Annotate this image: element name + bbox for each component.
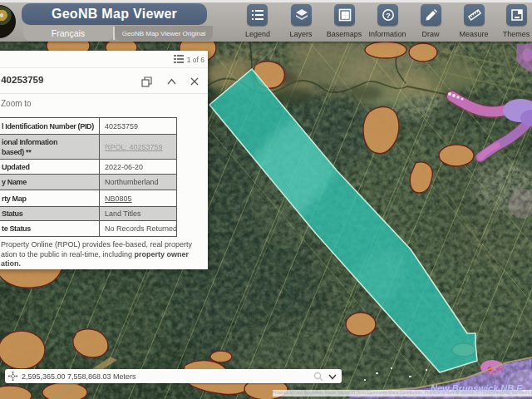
svg-text:?: ? [386, 12, 391, 20]
